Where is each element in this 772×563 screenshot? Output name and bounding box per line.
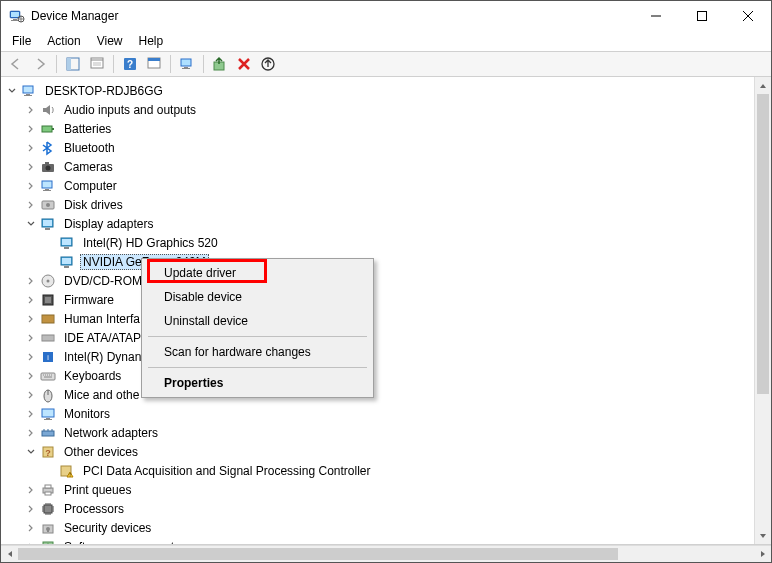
expand-icon[interactable] — [24, 521, 38, 535]
tree-device-intel-graphics[interactable]: Intel(R) HD Graphics 520 — [43, 233, 754, 252]
menu-view[interactable]: View — [90, 32, 130, 50]
titlebar: Device Manager — [1, 1, 771, 31]
action-center-button[interactable] — [143, 53, 165, 75]
menu-file[interactable]: File — [5, 32, 38, 50]
svg-text:?: ? — [45, 448, 51, 458]
svg-rect-2 — [13, 19, 17, 20]
properties-button[interactable] — [86, 53, 108, 75]
scroll-up-button[interactable] — [755, 77, 771, 94]
tree-category[interactable]: Human Interfa — [24, 309, 754, 328]
show-hide-console-button[interactable] — [62, 53, 84, 75]
uninstall-button[interactable] — [233, 53, 255, 75]
scroll-track[interactable] — [755, 94, 771, 527]
ctx-update-driver[interactable]: Update driver — [144, 261, 371, 285]
update-driver-button[interactable] — [209, 53, 231, 75]
tree-category[interactable]: Firmware — [24, 290, 754, 309]
other-devices-icon: ? — [40, 444, 56, 460]
help-button[interactable]: ? — [119, 53, 141, 75]
forward-button — [29, 53, 51, 75]
horizontal-scrollbar[interactable] — [1, 545, 771, 562]
tree-category[interactable]: Processors — [24, 499, 754, 518]
tree-category[interactable]: Cameras — [24, 157, 754, 176]
svg-point-24 — [46, 165, 51, 170]
minimize-button[interactable] — [633, 1, 679, 31]
processor-icon — [40, 501, 56, 517]
device-tree[interactable]: DESKTOP-RDJB6GG Audio inputs and outputs… — [1, 77, 754, 544]
tree-category[interactable]: Bluetooth — [24, 138, 754, 157]
expand-icon[interactable] — [24, 388, 38, 402]
svg-rect-14 — [184, 67, 188, 68]
expand-icon[interactable] — [24, 540, 38, 545]
expand-icon[interactable] — [24, 160, 38, 174]
disk-icon — [40, 197, 56, 213]
expand-icon[interactable] — [24, 312, 38, 326]
tree-category[interactable]: Software components — [24, 537, 754, 544]
expand-icon[interactable] — [24, 350, 38, 364]
expand-icon[interactable] — [24, 198, 38, 212]
display-adapter-icon — [59, 235, 75, 251]
expand-icon[interactable] — [24, 407, 38, 421]
collapse-icon[interactable] — [5, 84, 19, 98]
tree-category[interactable]: iIntel(R) Dynan — [24, 347, 754, 366]
svg-rect-61 — [44, 505, 52, 513]
expand-icon[interactable] — [24, 293, 38, 307]
menu-help[interactable]: Help — [132, 32, 171, 50]
svg-rect-39 — [64, 266, 69, 268]
tree-category[interactable]: Security devices — [24, 518, 754, 537]
collapse-icon[interactable] — [24, 445, 38, 459]
display-adapter-icon — [40, 216, 56, 232]
close-button[interactable] — [725, 1, 771, 31]
tree-category[interactable]: Keyboards — [24, 366, 754, 385]
enable-button[interactable] — [257, 53, 279, 75]
expand-icon[interactable] — [24, 502, 38, 516]
camera-icon — [40, 159, 56, 175]
intel-dynamic-icon: i — [40, 349, 56, 365]
tree-category-other-devices[interactable]: ?Other devices — [24, 442, 754, 461]
scroll-down-button[interactable] — [755, 527, 771, 544]
maximize-button[interactable] — [679, 1, 725, 31]
svg-rect-1 — [11, 12, 19, 17]
svg-rect-22 — [52, 128, 54, 130]
tree-device-pci-unknown[interactable]: !PCI Data Acquisition and Signal Process… — [43, 461, 754, 480]
expand-icon[interactable] — [24, 331, 38, 345]
scan-hardware-button[interactable] — [176, 53, 198, 75]
firmware-icon — [40, 292, 56, 308]
expand-icon[interactable] — [24, 122, 38, 136]
expand-icon[interactable] — [24, 483, 38, 497]
scroll-thumb[interactable] — [757, 94, 769, 394]
svg-rect-36 — [64, 247, 69, 249]
svg-rect-38 — [62, 258, 71, 264]
tree-category[interactable]: Computer — [24, 176, 754, 195]
expand-icon[interactable] — [24, 103, 38, 117]
tree-category[interactable]: Mice and othe — [24, 385, 754, 404]
tree-category[interactable]: Disk drives — [24, 195, 754, 214]
scroll-left-button[interactable] — [1, 546, 18, 562]
scroll-thumb-h[interactable] — [18, 548, 618, 560]
expand-icon[interactable] — [24, 369, 38, 383]
tree-category-display-adapters[interactable]: Display adapters — [24, 214, 754, 233]
ctx-disable-device[interactable]: Disable device — [144, 285, 371, 309]
expand-icon[interactable] — [24, 141, 38, 155]
tree-category[interactable]: Network adapters — [24, 423, 754, 442]
tree-category[interactable]: IDE ATA/ATAPI — [24, 328, 754, 347]
scroll-right-button[interactable] — [754, 546, 771, 562]
expand-icon[interactable] — [24, 274, 38, 288]
ctx-scan-hardware[interactable]: Scan for hardware changes — [144, 340, 371, 364]
monitor-icon — [40, 406, 56, 422]
expand-icon[interactable] — [24, 426, 38, 440]
ctx-uninstall-device[interactable]: Uninstall device — [144, 309, 371, 333]
scroll-track-h[interactable] — [18, 546, 754, 562]
ctx-properties[interactable]: Properties — [144, 371, 371, 395]
menu-action[interactable]: Action — [40, 32, 87, 50]
tree-category[interactable]: Audio inputs and outputs — [24, 100, 754, 119]
tree-category[interactable]: Print queues — [24, 480, 754, 499]
tree-category[interactable]: Batteries — [24, 119, 754, 138]
tree-category[interactable]: Monitors — [24, 404, 754, 423]
tree-category[interactable]: DVD/CD-ROM — [24, 271, 754, 290]
expand-icon[interactable] — [24, 179, 38, 193]
window-controls — [633, 1, 771, 31]
tree-root[interactable]: DESKTOP-RDJB6GG — [5, 81, 754, 100]
svg-rect-35 — [62, 239, 71, 245]
collapse-icon[interactable] — [24, 217, 38, 231]
vertical-scrollbar[interactable] — [754, 77, 771, 544]
